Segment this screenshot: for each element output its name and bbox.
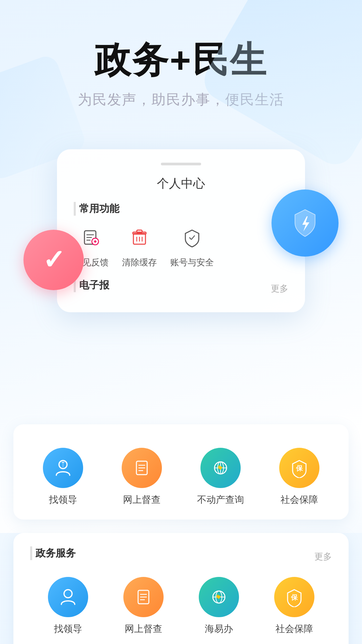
social-security-icon-circle: 保 <box>279 448 319 488</box>
func-cache[interactable]: 清除缓存 <box>122 222 157 268</box>
func-security[interactable]: 账号与安全 <box>170 222 214 268</box>
find-leader-icon-circle <box>43 448 83 488</box>
gov-services-block: 政务服务 更多 找领导 <box>13 533 349 644</box>
gov-find-leader[interactable]: 找领导 <box>35 577 102 635</box>
status-bar-line <box>161 163 201 165</box>
phone-mockup-area: 个人中心 常用功能 <box>30 149 332 411</box>
svg-text:保: 保 <box>291 594 298 601</box>
gov-find-leader-label: 找领导 <box>54 623 82 635</box>
svg-line-14 <box>189 237 191 239</box>
gov-haiyiban-label: 海易办 <box>205 623 233 635</box>
property-label: 不动产查询 <box>197 493 244 506</box>
gov-social-security-label: 社会保障 <box>276 623 313 635</box>
featured-services-card: 找领导 网上督查 <box>13 424 349 520</box>
svg-marker-37 <box>216 594 221 599</box>
func-cache-label: 清除缓存 <box>122 257 157 268</box>
service-social-security[interactable]: 保 社会保障 <box>266 448 333 506</box>
property-icon-circle <box>200 448 241 488</box>
gov-social-security-icon: 保 <box>274 577 314 617</box>
svg-line-15 <box>191 235 195 239</box>
shield-security-icon <box>177 222 207 253</box>
gov-services-label: 政务服务 <box>30 546 76 560</box>
common-functions-label: 常用功能 <box>74 202 288 216</box>
phone-card: 个人中心 常用功能 <box>57 149 305 312</box>
gov-social-security[interactable]: 保 社会保障 <box>261 577 328 635</box>
service-property[interactable]: 不动产查询 <box>187 448 254 506</box>
services-bg-wrapper: 政务服务 更多 找领导 <box>0 533 362 644</box>
common-functions-grid: 意见反馈 清除缓存 <box>74 222 288 268</box>
ebook-row: 电子报 更多 <box>74 278 288 299</box>
svg-point-29 <box>64 590 72 598</box>
func-security-label: 账号与安全 <box>170 257 214 268</box>
social-security-label: 社会保障 <box>281 493 318 506</box>
service-supervision[interactable]: 网上督查 <box>108 448 175 506</box>
gov-find-leader-icon <box>48 577 88 617</box>
featured-services-row: 找领导 网上督查 <box>23 448 339 506</box>
supervision-icon-circle <box>122 448 162 488</box>
ebook-label: 电子报 <box>74 278 109 292</box>
gov-haiyiban[interactable]: 海易办 <box>185 577 252 635</box>
svg-text:保: 保 <box>296 465 303 472</box>
service-find-leader[interactable]: 找领导 <box>29 448 97 506</box>
gov-haiyiban-icon <box>199 577 239 617</box>
svg-rect-10 <box>137 230 142 233</box>
gov-supervision-icon <box>123 577 164 617</box>
gov-services-header: 政务服务 更多 <box>30 546 332 567</box>
ebook-more[interactable]: 更多 <box>271 283 288 294</box>
services-section: 政务服务 更多 找领导 <box>13 533 349 644</box>
pink-check-circle <box>23 230 84 290</box>
gov-services-icons-row: 找领导 网上督查 <box>30 577 332 635</box>
find-leader-label: 找领导 <box>49 493 77 506</box>
supervision-label: 网上督查 <box>123 493 161 506</box>
blue-shield-circle <box>272 190 339 257</box>
gov-supervision-label: 网上督查 <box>125 623 162 635</box>
trash-cache-icon <box>124 222 155 253</box>
page-root: 政务+民生 为民发声，助民办事，便民生活 个人中心 常用功能 <box>0 0 362 644</box>
card-title: 个人中心 <box>74 175 288 192</box>
gov-supervision[interactable]: 网上督查 <box>110 577 177 635</box>
gov-services-more[interactable]: 更多 <box>314 551 332 562</box>
shield-bolt-icon <box>288 206 322 240</box>
